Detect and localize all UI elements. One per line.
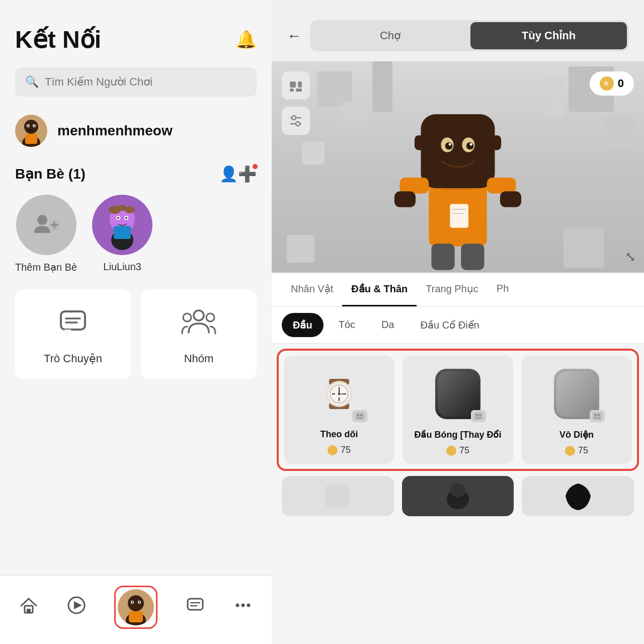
filter-icon bbox=[288, 113, 304, 129]
badge-svg-3 bbox=[592, 412, 602, 420]
bottom-head-light bbox=[323, 481, 353, 511]
item-badge-3 bbox=[590, 410, 605, 422]
svg-rect-21 bbox=[61, 311, 85, 330]
add-friend-button[interactable]: 👤➕ bbox=[219, 165, 257, 183]
avatar bbox=[15, 115, 47, 147]
item-price-2: 75 bbox=[446, 445, 469, 456]
page-title: Kết Nối bbox=[15, 25, 101, 53]
nav-more[interactable] bbox=[233, 596, 253, 619]
svg-point-26 bbox=[206, 313, 214, 321]
svg-point-70 bbox=[292, 116, 296, 120]
svg-rect-92 bbox=[438, 371, 478, 417]
preset-icon bbox=[288, 77, 304, 94]
home-svg bbox=[19, 596, 38, 615]
cat-tab-trang-phuc[interactable]: Trang Phục bbox=[417, 273, 488, 306]
chat-svg bbox=[58, 307, 88, 338]
bottom-black-shape bbox=[563, 481, 593, 511]
svg-point-104 bbox=[450, 483, 466, 497]
svg-text:R: R bbox=[604, 81, 608, 87]
search-bar[interactable]: 🔍 bbox=[15, 67, 257, 97]
search-icon: 🔍 bbox=[25, 75, 39, 89]
home-icon bbox=[19, 596, 38, 619]
svg-point-25 bbox=[183, 313, 191, 321]
username-label: menhmenhmeow bbox=[57, 123, 173, 139]
item-vo-dien[interactable]: Vô Diện 75 bbox=[521, 356, 632, 464]
left-panel: Kết Nối 🔔 🔍 menhmenhmeow Bạn Bè (1) 👤➕ bbox=[0, 0, 272, 644]
cat-tab-dau-than[interactable]: Đầu & Thân bbox=[342, 273, 417, 306]
avatar-filter-button[interactable] bbox=[282, 107, 310, 135]
nav-home[interactable] bbox=[19, 596, 38, 619]
sub-tab-dau[interactable]: Đầu bbox=[282, 313, 324, 337]
bottom-item-1[interactable] bbox=[282, 476, 394, 516]
add-friend-circle[interactable] bbox=[16, 195, 76, 255]
robux-badge: R 0 bbox=[590, 71, 634, 96]
robux-icon-small-1 bbox=[328, 445, 338, 455]
nav-play[interactable] bbox=[67, 596, 86, 619]
svg-rect-68 bbox=[296, 89, 302, 92]
item-image-gray-head bbox=[546, 364, 607, 424]
add-friend-item[interactable]: Thêm Bạn Bè bbox=[15, 195, 77, 273]
svg-point-99 bbox=[595, 414, 597, 416]
friend-item[interactable]: LiuLiun3 bbox=[92, 195, 152, 273]
social-grid: Trò Chuyện Nhóm bbox=[15, 289, 257, 379]
item-price-value-1: 75 bbox=[341, 445, 351, 455]
tab-cho[interactable]: Chợ bbox=[312, 22, 468, 49]
svg-rect-66 bbox=[298, 82, 302, 88]
avatar-nav-wrapper[interactable] bbox=[114, 586, 157, 629]
collapse-avatar-button[interactable]: ⤡ bbox=[625, 249, 636, 265]
svg-point-31 bbox=[128, 595, 144, 611]
svg-point-101 bbox=[567, 448, 573, 454]
nav-avatar[interactable] bbox=[114, 586, 157, 629]
friends-count-label: Bạn Bè (1) bbox=[15, 166, 86, 182]
svg-point-43 bbox=[247, 604, 250, 607]
svg-point-7 bbox=[37, 215, 47, 225]
item-theo-doi[interactable]: Theo dõi 75 bbox=[284, 356, 394, 464]
svg-point-72 bbox=[296, 122, 300, 126]
category-tabs: Nhân Vật Đầu & Thân Trang Phục Ph bbox=[272, 273, 644, 307]
items-grid-highlighted: Theo dõi 75 bbox=[284, 356, 632, 464]
svg-point-41 bbox=[235, 604, 239, 607]
chat-label: Trò Chuyện bbox=[44, 352, 102, 365]
group-label: Nhóm bbox=[184, 352, 214, 365]
items-grid-bottom bbox=[272, 476, 644, 526]
nav-chat[interactable] bbox=[186, 596, 205, 619]
robux-small-svg bbox=[329, 447, 336, 454]
items-highlight: Theo dõi 75 bbox=[277, 349, 639, 471]
robux-icon: R bbox=[600, 76, 614, 91]
notification-bell-icon[interactable]: 🔔 bbox=[235, 29, 257, 49]
item-dau-bong[interactable]: Đầu Bóng [Thay Đổi 75 bbox=[403, 356, 513, 464]
background-cubes bbox=[272, 61, 644, 273]
group-card[interactable]: Nhóm bbox=[141, 289, 257, 379]
sub-tab-dau-co-dien[interactable]: Đầu Cổ Điển bbox=[410, 313, 491, 337]
cat-tab-ph[interactable]: Ph bbox=[488, 273, 518, 306]
bottom-nav bbox=[0, 575, 272, 644]
svg-point-16 bbox=[125, 206, 135, 213]
svg-point-91 bbox=[330, 447, 336, 453]
avatar-preset-button[interactable] bbox=[282, 71, 310, 100]
avatar-svg bbox=[15, 115, 47, 147]
chat-card[interactable]: Trò Chuyện bbox=[15, 289, 131, 379]
svg-rect-102 bbox=[325, 484, 350, 509]
bottom-item-2[interactable] bbox=[402, 476, 514, 516]
group-icon bbox=[181, 307, 216, 343]
add-friend-icon bbox=[31, 210, 61, 240]
play-icon bbox=[67, 596, 86, 619]
cat-tab-nhan-vat[interactable]: Nhân Vật bbox=[282, 273, 342, 306]
friends-section: Bạn Bè (1) 👤➕ Thêm Bạn Bè bbox=[15, 165, 257, 273]
user-row: menhmenhmeow bbox=[15, 115, 257, 147]
sub-tab-da[interactable]: Da bbox=[370, 313, 406, 337]
chat-icon bbox=[58, 307, 88, 343]
back-button[interactable]: ← bbox=[287, 27, 302, 44]
tab-group: Chợ Tùy Chỉnh bbox=[310, 20, 629, 51]
group-svg bbox=[181, 307, 216, 338]
tab-tuy-chinh[interactable]: Tùy Chỉnh bbox=[470, 22, 627, 49]
sub-tab-toc[interactable]: Tóc bbox=[328, 313, 366, 337]
search-input[interactable] bbox=[45, 75, 247, 89]
item-badge-1 bbox=[352, 410, 367, 422]
svg-point-42 bbox=[241, 604, 245, 607]
svg-point-89 bbox=[357, 414, 359, 416]
item-name-3: Vô Diện bbox=[559, 429, 594, 440]
bottom-item-3[interactable] bbox=[522, 476, 634, 516]
item-price-3: 75 bbox=[565, 445, 588, 456]
bottom-head-dark bbox=[443, 481, 473, 511]
